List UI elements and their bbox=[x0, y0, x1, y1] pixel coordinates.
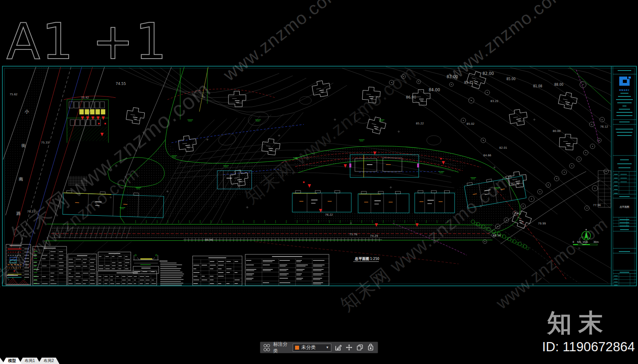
elevation-label: 76.12 bbox=[600, 125, 608, 128]
legend-box bbox=[6, 244, 31, 285]
elevation-label: 83.00 bbox=[447, 75, 458, 79]
scale-bar-label: 0 bbox=[573, 240, 574, 243]
villa-footprint bbox=[558, 91, 578, 110]
chevron-down-icon: ▼ bbox=[326, 346, 329, 349]
paste-icon[interactable] bbox=[367, 344, 374, 351]
sheet-frame bbox=[2, 66, 636, 286]
elevation-label: 85.22 bbox=[416, 122, 424, 125]
elevation-label: 85.00 bbox=[506, 77, 516, 81]
elevation-label: 76.22 bbox=[325, 213, 333, 216]
category-dropdown-value: 未分类 bbox=[301, 344, 323, 351]
villa-footprint bbox=[228, 91, 246, 107]
residential-slab bbox=[358, 191, 409, 213]
category-dropdown[interactable]: 未分类 ▼ bbox=[293, 344, 331, 352]
elevation-label: 75.76 bbox=[349, 233, 358, 236]
road-name-char: 街 bbox=[21, 143, 26, 148]
elevation-label: 75.33 bbox=[41, 141, 49, 144]
title-block: HNGEC总平面图 bbox=[613, 70, 636, 285]
elevation-label: 74.55 bbox=[116, 82, 126, 86]
title-block-drawing-name: 总平面图 bbox=[619, 205, 629, 209]
villa-footprint bbox=[362, 87, 380, 103]
schedule-table bbox=[33, 246, 67, 285]
villa-footprint bbox=[559, 134, 577, 150]
category-color-swatch bbox=[295, 346, 299, 350]
contour-lines-layer bbox=[44, 67, 638, 283]
edit-icon[interactable] bbox=[335, 344, 342, 351]
schedule-table bbox=[98, 271, 157, 285]
elevation-label: 81.08 bbox=[533, 85, 542, 88]
elevation-label: 75.21 bbox=[27, 210, 35, 213]
road-name-char: 小 bbox=[24, 109, 29, 114]
residential-slab bbox=[415, 191, 455, 213]
site-logo: 知末 bbox=[547, 306, 609, 340]
entry-parking-cluster bbox=[69, 102, 105, 126]
elevation-label: 82.01 bbox=[499, 146, 507, 150]
villa-footprint bbox=[126, 107, 145, 125]
cad-viewer: A1 +1 74.5575.6275.4275.3375.2184.0083.0… bbox=[0, 0, 638, 364]
elevation-label: 77.96 bbox=[593, 204, 601, 207]
elevation-label: 82.00 bbox=[482, 71, 494, 76]
north-compass bbox=[582, 229, 591, 240]
elevation-label: 84.66 bbox=[483, 154, 492, 157]
elevation-label: 84.00 bbox=[429, 88, 440, 92]
residential-slab bbox=[292, 191, 351, 212]
schedule-table bbox=[245, 254, 329, 285]
annotation-toolbar: 标注分类 未分类 ▼ bbox=[260, 342, 378, 353]
layout-tab-bar: 模型 布局1 布局2 bbox=[0, 357, 167, 364]
scale-bar-label: 15m bbox=[583, 240, 588, 243]
elevation-label: 82.00 bbox=[511, 182, 519, 185]
elevation-label: 88.00 bbox=[554, 83, 563, 87]
planting-texture-layer bbox=[3, 67, 522, 239]
right-edge-table bbox=[598, 171, 611, 207]
plan-title-label: 总平面图 bbox=[354, 257, 369, 261]
company-logo bbox=[619, 77, 631, 86]
sheet-size-label: A1 +1 bbox=[6, 13, 168, 70]
villa-footprint bbox=[262, 138, 281, 155]
elevation-label: 88.36 bbox=[493, 234, 501, 237]
move-icon[interactable] bbox=[345, 344, 353, 351]
asset-id: ID: 1190672864 bbox=[542, 339, 635, 354]
elevation-label: 83.22 bbox=[490, 100, 498, 103]
tab-layout1[interactable]: 布局1 bbox=[19, 358, 41, 364]
villa-footprint bbox=[178, 135, 197, 152]
villa-footprint bbox=[509, 108, 528, 126]
elevation-label: 74.29 bbox=[370, 234, 378, 238]
notes-block bbox=[160, 261, 184, 285]
elevation-label: 79.99 bbox=[538, 222, 546, 225]
copy-icon[interactable] bbox=[356, 344, 364, 351]
elevation-label: 86.00 bbox=[406, 95, 416, 99]
category-grid-icon[interactable] bbox=[264, 344, 269, 351]
legend-tables-layer bbox=[6, 244, 329, 285]
elevation-label: 75.62 bbox=[10, 93, 18, 96]
schedule-table bbox=[193, 256, 242, 285]
elevation-label: 83.75 bbox=[464, 81, 473, 85]
elevation-label: 86.96 bbox=[205, 238, 213, 242]
scale-bar-label: 30m bbox=[593, 240, 599, 243]
schedule-table bbox=[133, 266, 159, 273]
tab-model[interactable]: 模型 bbox=[2, 358, 22, 364]
schedule-table bbox=[68, 254, 96, 285]
elevation-label: 85.02 bbox=[467, 122, 475, 126]
road-name-char: 路 bbox=[16, 211, 21, 216]
category-label: 标注分类 bbox=[273, 341, 289, 354]
scale-bar bbox=[573, 244, 597, 245]
roads-layer bbox=[3, 67, 611, 279]
villa-footprint bbox=[311, 79, 331, 98]
road-section-diagram bbox=[133, 254, 159, 265]
scale-bar-label: 5m bbox=[577, 240, 581, 243]
elevation-label: 75.42 bbox=[81, 96, 89, 99]
plan-scale-label: 1:250 bbox=[370, 257, 379, 261]
villa-footprint bbox=[366, 116, 387, 135]
villa-footprint bbox=[508, 171, 527, 188]
road-name-char: 南 bbox=[19, 177, 23, 182]
tab-layout2[interactable]: 布局2 bbox=[38, 358, 60, 364]
drawing-canvas[interactable]: A1 +1 74.5575.6275.4275.3375.2184.0083.0… bbox=[0, 0, 638, 364]
company-logo-text: HNGEC bbox=[619, 89, 630, 91]
elevation-label: 80.00 bbox=[553, 130, 561, 133]
